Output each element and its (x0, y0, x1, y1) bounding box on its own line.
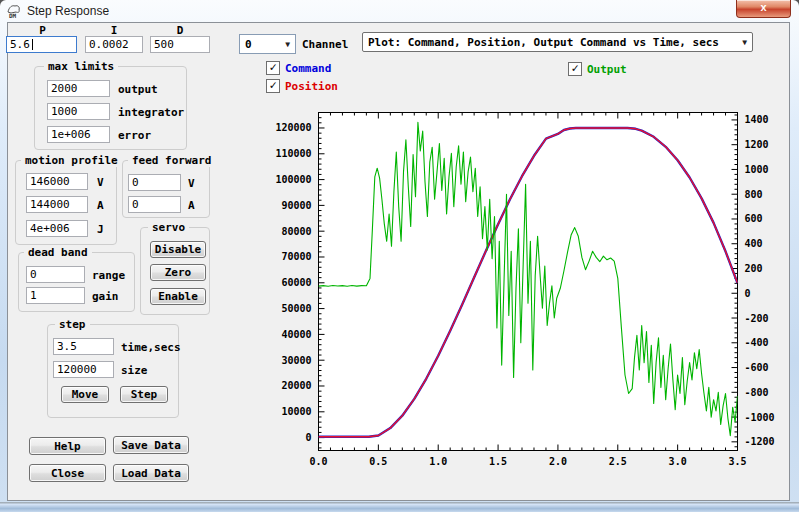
load-data-button[interactable]: Load Data (113, 464, 189, 482)
ff-accel-label: A (188, 199, 195, 212)
position-checkbox[interactable]: ✓ (266, 79, 280, 93)
output-limit-label: output (118, 83, 158, 96)
save-data-button[interactable]: Save Data (113, 436, 189, 454)
ff-velocity-field[interactable] (128, 174, 181, 191)
chevron-down-icon: ▼ (742, 38, 747, 47)
close-button[interactable]: Close (29, 464, 106, 482)
output-limit-field[interactable] (47, 80, 110, 97)
help-button[interactable]: Help (29, 437, 106, 455)
text-caret (32, 39, 33, 50)
accel-field[interactable] (26, 196, 88, 213)
app-icon: DM (6, 3, 22, 19)
step-response-window: DM Step Response x 0.00.51.01.52.02.53.0… (0, 0, 799, 512)
zero-button[interactable]: Zero (150, 264, 206, 281)
integrator-limit-field[interactable] (47, 103, 110, 120)
titlebar[interactable]: DM Step Response (0, 0, 799, 22)
motion-profile-title: motion profile (21, 154, 122, 167)
disable-button[interactable]: Disable (150, 241, 206, 258)
dead-band-title: dead band (24, 246, 92, 259)
step-size-field[interactable] (53, 361, 114, 378)
servo-title: servo (148, 221, 189, 234)
deadband-gain-label: gain (92, 290, 119, 303)
deadband-range-field[interactable] (26, 266, 85, 283)
channel-select[interactable]: 0 ▼ (239, 34, 296, 54)
integrator-limit-label: integrator (118, 106, 184, 119)
error-limit-label: error (118, 129, 151, 142)
ff-velocity-label: V (188, 177, 195, 190)
output-label: Output (587, 63, 627, 76)
ff-accel-field[interactable] (128, 196, 181, 213)
feed-forward-title: feed forward (128, 154, 215, 167)
p-field[interactable] (6, 36, 77, 53)
plot-select[interactable]: Plot: Command, Position, Output Command … (362, 32, 753, 52)
jerk-label: J (97, 223, 104, 236)
enable-button[interactable]: Enable (150, 288, 206, 305)
deadband-range-label: range (92, 269, 125, 282)
max-limits-title: max limits (44, 60, 118, 73)
step-title: step (55, 318, 90, 331)
chevron-down-icon: ▼ (285, 40, 290, 49)
step-button[interactable]: Step (120, 386, 168, 403)
output-checkbox[interactable]: ✓ (568, 62, 582, 76)
svg-text:DM: DM (9, 12, 17, 19)
channel-label: Channel (302, 38, 348, 51)
position-label: Position (285, 80, 338, 93)
command-checkbox[interactable]: ✓ (266, 61, 280, 75)
command-label: Command (285, 62, 331, 75)
jerk-field[interactable] (26, 220, 88, 237)
accel-label: A (97, 199, 104, 212)
step-size-label: size (121, 364, 148, 377)
i-field[interactable] (85, 36, 143, 53)
error-limit-field[interactable] (47, 126, 110, 143)
window-bottom-frame (0, 502, 799, 512)
close-icon: x (760, 1, 766, 13)
velocity-field[interactable] (26, 173, 88, 190)
deadband-gain-field[interactable] (26, 287, 85, 304)
d-field[interactable] (150, 36, 210, 53)
window-close-button[interactable]: x (736, 0, 791, 18)
step-time-label: time,secs (121, 341, 181, 354)
velocity-label: V (97, 176, 104, 189)
move-button[interactable]: Move (61, 386, 109, 403)
window-title: Step Response (27, 4, 109, 18)
step-time-field[interactable] (53, 338, 114, 355)
